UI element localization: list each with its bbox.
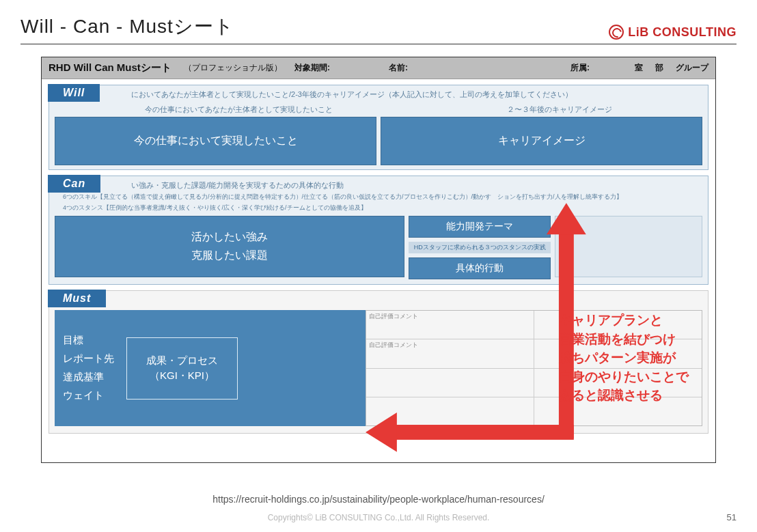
brand-logo: LiB CONSULTING: [609, 25, 737, 40]
header: Will - Can - Mustシート LiB CONSULTING: [20, 14, 737, 44]
logo-mark-icon: [609, 25, 624, 40]
slide: Will - Can - Mustシート LiB CONSULTING RHD …: [0, 0, 757, 532]
page-number: 51: [727, 512, 737, 522]
can-tag: Can: [48, 175, 100, 193]
unit-2: 部: [655, 62, 663, 74]
name-label: 名前:: [389, 62, 408, 74]
can-box-strength: 活かしたい強み 克服したい課題: [55, 216, 404, 277]
belong-label: 所属:: [570, 62, 590, 74]
can-box-theme: 能力開発テーマ: [409, 216, 551, 238]
can-bg3: 4つのスタンス【圧倒的な当事者意識/考え抜く・やり抜く/広く・深く学び続ける/チ…: [63, 204, 367, 212]
must-cell: 自己評価コメント: [366, 311, 534, 339]
must-left-panel: 目標 レポート先 達成基準 ウェイト 成果・プロセス （KGI・KPI）: [55, 310, 366, 426]
will-tag: Will: [48, 84, 100, 102]
unit-3: グループ: [676, 62, 708, 74]
must-label-2: 達成基準: [63, 371, 114, 384]
can-review-cell: [555, 216, 702, 277]
period-label: 対象期間:: [294, 62, 330, 74]
can-left-line1: 活かしたい強み: [191, 230, 268, 244]
must-label-0: 目標: [63, 334, 114, 347]
can-box-action: 具体的行動: [409, 257, 551, 279]
can-section: Can い強み・克服した課題/能力開発を実現するための具体的な行動 6つのスキル…: [49, 176, 708, 285]
worksheet-header: RHD Will Can Mustシート （プロフェッショナル版） 対象期間: …: [42, 57, 715, 79]
copyright: Copyrights© LiB CONSULTING Co.,Ltd. All …: [0, 513, 757, 522]
will-box-career: キャリアイメージ: [381, 117, 702, 165]
anno-1: キャリアプランと: [559, 311, 730, 330]
sheet-title: RHD Will Can Mustシート: [49, 61, 171, 74]
must-label-3: ウェイト: [63, 389, 114, 402]
must-center-1: 成果・プロセス: [146, 353, 218, 369]
logo-text: LiB CONSULTING: [628, 25, 737, 40]
unit-1: 室: [635, 62, 643, 74]
can-mid-column: 能力開発テーマ HDスタッフに求められる３つのスタンスの実践 具体的行動: [409, 216, 551, 277]
must-tag: Must: [48, 290, 106, 307]
anno-4: 自身のやりたいことで: [559, 367, 730, 387]
anno-3: 勝ちパターン実施が: [559, 348, 730, 367]
must-center-box: 成果・プロセス （KGI・KPI）: [126, 337, 238, 400]
sheet-edition: （プロフェッショナル版）: [184, 62, 282, 74]
will-bg2: 今の仕事においてあなたが主体者として実現したいこと: [145, 104, 333, 115]
must-center-2: （KGI・KPI）: [146, 368, 218, 384]
must-labels: 目標 レポート先 達成基準 ウェイト: [63, 334, 114, 402]
can-mid-divider: HDスタッフに求められる３つのスタンスの実践: [409, 242, 551, 253]
must-label-1: レポート先: [63, 352, 114, 365]
can-bg2: 6つのスキル【見立てる（構造で捉え俯瞰して見る力/分析的に捉え問題を特定する力）…: [63, 193, 622, 201]
will-bg3: ２〜３年後のキャリアイメージ: [507, 104, 612, 115]
anno-2: 営業活動を結びつけ: [559, 330, 730, 349]
will-box-current: 今の仕事において実現したいこと: [55, 117, 376, 165]
source-url: https://recruit-holdings.co.jp/sustainab…: [0, 494, 757, 505]
anno-5: あると認識させる: [559, 386, 730, 405]
will-bg1: においてあなたが主体者として実現したいこと/2-3年後のキャリアイメージ（本人記…: [131, 89, 573, 100]
can-left-line2: 克服したい課題: [191, 249, 268, 263]
can-bg1: い強み・克服した課題/能力開発を実現するための具体的な行動: [131, 180, 344, 191]
will-section: Will においてあなたが主体者として実現したいこと/2-3年後のキャリアイメー…: [49, 85, 708, 170]
annotation-text: キャリアプランと 営業活動を結びつけ 勝ちパターン実施が 自身のやりたいことで …: [559, 311, 730, 405]
must-cell: 自己評価コメント: [366, 339, 534, 367]
slide-title: Will - Can - Mustシート: [20, 14, 234, 40]
